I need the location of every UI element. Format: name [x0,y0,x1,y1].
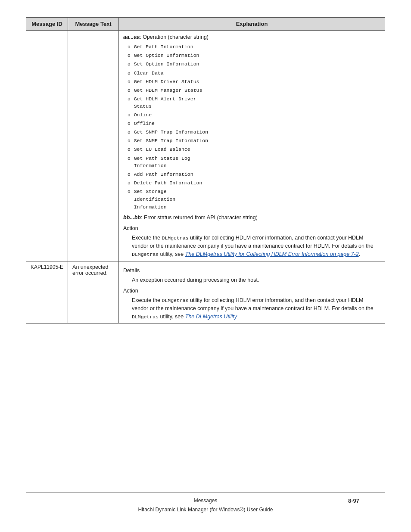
list-item-text: Offline [134,120,155,128]
table-row: aa...aa: Operation (character string) Ge… [26,31,385,261]
list-item: Set SNMP Trap Information [128,137,380,145]
list-item-text: Get Option Information [134,52,199,59]
action-label-1: Action [123,224,380,233]
explanation-cell-2: Details An exception occurred during pro… [119,261,385,324]
list-item-text: Get HDLM Alert DriverStatus [134,95,196,111]
operation-list: Get Path Information Get Option Informat… [128,43,380,211]
details-label: Details [123,267,380,275]
list-item: Get Path Information [128,43,380,51]
list-item: Get HDLM Alert DriverStatus [128,95,380,111]
dlmgetras-mono-2: DLMgetras [132,252,159,257]
list-item: Add Path Information [128,171,380,178]
dlmgetras-mono-4: DLMgetras [132,314,159,320]
footer-row-1: Messages 8-97 [26,496,385,506]
page-wrapper: Message ID Message Text Explanation aa..… [0,0,411,532]
list-item-text: Get Path Information [134,43,193,51]
bb-italic: bb...bb [123,215,141,221]
bb-prefix: bb...bb: Error status returned from API … [123,214,380,222]
dlmgetras-mono-3: DLMgetras [162,298,189,303]
msg-text-cell-2: An unexpected error occurred. [68,261,119,324]
list-item: Get Option Information [128,52,380,59]
list-item: Get Path Status LogInformation [128,155,380,170]
list-item: Get HDLM Driver Status [128,78,380,86]
list-item: Set StorageIdentificationInformation [128,188,380,211]
list-item-text: Get Path Status LogInformation [134,155,190,170]
list-item: Delete Path Information [128,179,380,187]
page-footer: Messages 8-97 Hitachi Dynamic Link Manag… [26,492,385,515]
dlmgetras-link-1[interactable]: The DLMgetras Utility for Collecting HDL… [185,251,359,257]
list-item-text: Clear Data [134,69,164,77]
action-body-1: Execute the DLMgetras utility for collec… [132,234,380,258]
list-item: Get SNMP Trap Information [128,128,380,136]
list-item-text: Delete Path Information [134,179,202,187]
bb-colon: : Error status returned from API (charac… [141,215,258,221]
col-header-message-id: Message ID [26,18,68,31]
list-item: Online [128,111,380,119]
action-label-2: Action [123,287,380,295]
msg-id-cell-1 [26,31,68,261]
aa-prefix: aa...aa: Operation (character string) [123,33,380,41]
list-item-text: Set LU Load Balance [134,146,190,153]
list-item-text: Set SNMP Trap Information [134,137,209,145]
dlmgetras-link-2[interactable]: The DLMgetras Utility [185,314,237,320]
list-item: Offline [128,120,380,128]
details-body: An exception occurred during processing … [132,276,380,284]
footer-row-2: Hitachi Dynamic Link Manager (for Window… [26,505,385,515]
col-header-explanation: Explanation [119,18,385,31]
list-item: Get HDLM Manager Status [128,87,380,94]
col-header-message-text: Message Text [68,18,119,31]
page-number: 8-97 [348,496,359,506]
main-content: Message ID Message Text Explanation aa..… [26,17,385,484]
list-item: Set Option Information [128,60,380,68]
dlmgetras-mono-1: DLMgetras [162,235,189,241]
list-item-text: Set StorageIdentificationInformation [134,188,176,211]
list-item-text: Online [134,111,152,119]
aa-colon: : Operation (character string) [140,34,209,40]
msg-text-cell-1 [68,31,119,261]
list-item: Set LU Load Balance [128,146,380,153]
list-item: Clear Data [128,69,380,77]
aa-italic: aa...aa [123,34,140,40]
explanation-cell-1: aa...aa: Operation (character string) Ge… [119,31,385,261]
footer-messages-label: Messages [194,496,218,506]
list-item-text: Set Option Information [134,60,199,68]
action-body-2: Execute the DLMgetras utility for collec… [132,296,380,320]
list-item-text: Add Path Information [134,171,193,178]
list-item-text: Get HDLM Manager Status [134,87,202,94]
main-table: Message ID Message Text Explanation aa..… [26,17,385,324]
list-item-text: Get HDLM Driver Status [134,78,199,86]
table-row: KAPL11905-E An unexpected error occurred… [26,261,385,324]
list-item-text: Get SNMP Trap Information [134,128,209,136]
msg-id-cell-2: KAPL11905-E [26,261,68,324]
